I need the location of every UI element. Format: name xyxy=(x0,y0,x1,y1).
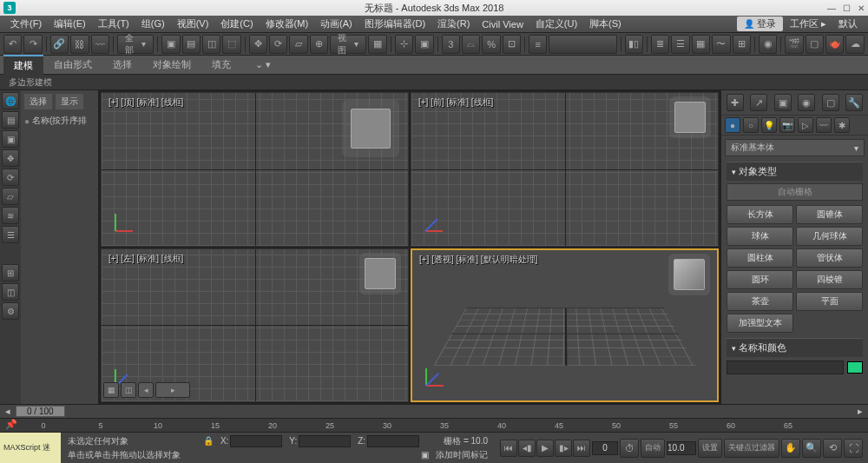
viewport-left[interactable]: [+] [左] [标准] [线框] ▦ ◫ ◂ ▸ xyxy=(101,248,409,403)
link-button[interactable]: 🔗 xyxy=(50,35,69,54)
vp-front-label[interactable]: [+] [前] [标准] [线框] xyxy=(418,96,493,109)
utilities-tab-icon[interactable]: 🔧 xyxy=(845,94,863,111)
keymode-button[interactable]: ▣ xyxy=(415,35,433,54)
lt-gear-icon[interactable]: ⚙ xyxy=(2,302,19,320)
marker-icon[interactable]: ▣ xyxy=(421,450,429,460)
vp-persp-label[interactable]: [+] [透视] [标准] [默认明暗处理] xyxy=(419,254,537,266)
percent-snap-button[interactable]: % xyxy=(482,35,500,54)
pivot-button[interactable]: ▦ xyxy=(368,35,386,54)
spacewarps-cat-icon[interactable]: 〰 xyxy=(816,117,832,133)
viewcube-top-icon[interactable] xyxy=(351,109,391,149)
nav-max-icon[interactable]: ⛶ xyxy=(844,439,863,458)
create-tab-icon[interactable]: ✚ xyxy=(727,94,744,111)
ribbon-tab-fill[interactable]: 填充 xyxy=(201,56,241,74)
scene-name-header[interactable]: 名称(按升序排 xyxy=(24,115,95,127)
lt-scale-icon[interactable]: ▱ xyxy=(2,188,19,205)
ribbon-tab-modeling[interactable]: 建模 xyxy=(3,55,43,75)
bind-button[interactable]: 〰 xyxy=(91,35,109,54)
render-button[interactable]: 🫖 xyxy=(825,35,844,54)
textplus-button[interactable]: 加强型文本 xyxy=(727,314,793,333)
menu-create[interactable]: 创建(C) xyxy=(215,16,258,32)
redo-button[interactable]: ↷ xyxy=(23,35,42,54)
named-sel-button[interactable]: ≡ xyxy=(529,35,547,54)
menu-tools[interactable]: 工具(T) xyxy=(93,16,135,32)
menu-script[interactable]: 脚本(S) xyxy=(584,16,627,32)
menu-file[interactable]: 文件(F) xyxy=(5,16,47,32)
scene-tab-select[interactable]: 选择 xyxy=(24,94,52,109)
object-name-input[interactable] xyxy=(727,360,844,374)
region-rect-button[interactable]: ◫ xyxy=(202,35,220,54)
named-sel-dropdown[interactable] xyxy=(549,35,616,54)
time-ruler[interactable]: 📌 05101520253035404550556065 xyxy=(0,418,868,432)
box-button[interactable]: 长方体 xyxy=(727,205,793,224)
cone-button[interactable]: 圆锥体 xyxy=(796,205,863,224)
ribbon-tab-freeform[interactable]: 自由形式 xyxy=(43,56,102,74)
cameras-cat-icon[interactable]: 📷 xyxy=(779,117,795,133)
time-slider-handle[interactable]: 0 / 100 xyxy=(16,406,65,417)
sphere-button[interactable]: 球体 xyxy=(727,227,793,246)
align-button[interactable]: ≣ xyxy=(651,35,669,54)
layer-button[interactable]: ☰ xyxy=(671,35,689,54)
lt-world-icon[interactable]: 🌐 xyxy=(2,92,19,109)
mirror-button[interactable]: ▮▯ xyxy=(625,35,643,54)
render-frame-button[interactable]: ▢ xyxy=(806,35,824,54)
select-button[interactable]: ▣ xyxy=(161,35,180,54)
helpers-cat-icon[interactable]: ▷ xyxy=(798,117,813,133)
placement-button[interactable]: ⊕ xyxy=(310,35,328,54)
menu-custom[interactable]: 自定义(U) xyxy=(530,16,582,32)
ribbon-tab-paint[interactable]: 对象绘制 xyxy=(142,56,201,74)
object-types-header[interactable]: 对象类型 xyxy=(727,162,863,181)
viewport-front[interactable]: [+] [前] [标准] [线框] xyxy=(411,92,719,247)
y-input[interactable] xyxy=(299,435,351,447)
angle-snap-button[interactable]: ⌓ xyxy=(462,35,480,54)
move-button[interactable]: ✥ xyxy=(249,35,267,54)
maximize-icon[interactable]: ☐ xyxy=(843,3,851,13)
key-filters-button[interactable]: 关键点过滤器 xyxy=(724,439,779,458)
menu-graph[interactable]: 图形编辑器(D) xyxy=(359,16,431,32)
auto-key-button[interactable]: 自动 xyxy=(641,439,665,458)
menu-view[interactable]: 视图(V) xyxy=(172,16,214,32)
torus-button[interactable]: 圆环 xyxy=(727,270,793,289)
scrollbar-right-icon[interactable]: ▸ xyxy=(858,406,863,417)
render-setup-button[interactable]: 🎬 xyxy=(785,35,803,54)
time-pin-icon[interactable]: 📌 xyxy=(5,419,17,430)
snap-button[interactable]: 3 xyxy=(442,35,460,54)
key-spinner-input[interactable] xyxy=(667,441,696,455)
select-name-button[interactable]: ▤ xyxy=(182,35,201,54)
curve-editor-button[interactable]: 〜 xyxy=(712,35,730,54)
scrollbar-left-icon[interactable]: ◂ xyxy=(5,406,10,417)
timeconfig-button[interactable]: ⏱ xyxy=(620,439,639,458)
nav-zoom-icon[interactable]: 🔍 xyxy=(802,439,821,458)
geometry-cat-icon[interactable]: ● xyxy=(725,117,740,133)
nav-pan-icon[interactable]: ✋ xyxy=(781,439,800,458)
next-frame-button[interactable]: ▮▸ xyxy=(555,440,572,457)
ribbon-toggle-button[interactable]: ▦ xyxy=(692,35,710,54)
viewport-perspective[interactable]: [+] [透视] [标准] [默认明暗处理] xyxy=(411,248,719,403)
rotate-button[interactable]: ⟳ xyxy=(269,35,287,54)
viewcube-left-icon[interactable] xyxy=(365,258,396,289)
lt-grid-icon[interactable]: ◫ xyxy=(2,283,19,301)
render-cloud-button[interactable]: ☁ xyxy=(845,35,864,54)
pyramid-button[interactable]: 四棱锥 xyxy=(796,270,863,289)
lt-rotate-icon[interactable]: ⟳ xyxy=(2,169,19,186)
menu-edit[interactable]: 编辑(E) xyxy=(49,16,91,32)
menu-default[interactable]: 默认 xyxy=(833,16,863,32)
x-input[interactable] xyxy=(230,435,282,447)
ribbon-expand[interactable]: ⌄ ▾ xyxy=(245,56,281,73)
display-tab-icon[interactable]: ▢ xyxy=(822,94,839,111)
login-button[interactable]: 登录 xyxy=(737,17,783,31)
vp-layout-icon[interactable]: ▦ xyxy=(103,382,119,398)
schematic-button[interactable]: ⊞ xyxy=(733,35,751,54)
z-input[interactable] xyxy=(367,435,419,447)
refcoord-dropdown[interactable]: 视图 ▾ xyxy=(330,35,366,54)
maxscript-listener[interactable]: MAXScript 迷 xyxy=(0,433,61,463)
lt-stack-icon[interactable]: ≋ xyxy=(2,207,19,224)
unlink-button[interactable]: ⛓ xyxy=(70,35,89,54)
material-button[interactable]: ◉ xyxy=(759,35,777,54)
scale-button[interactable]: ▱ xyxy=(289,35,307,54)
vp-layout2-icon[interactable]: ◫ xyxy=(121,382,136,398)
current-frame-input[interactable] xyxy=(592,441,618,455)
shapes-cat-icon[interactable]: ○ xyxy=(743,117,759,133)
set-key-button[interactable]: 设置 xyxy=(698,439,722,458)
lights-cat-icon[interactable]: 💡 xyxy=(761,117,777,133)
